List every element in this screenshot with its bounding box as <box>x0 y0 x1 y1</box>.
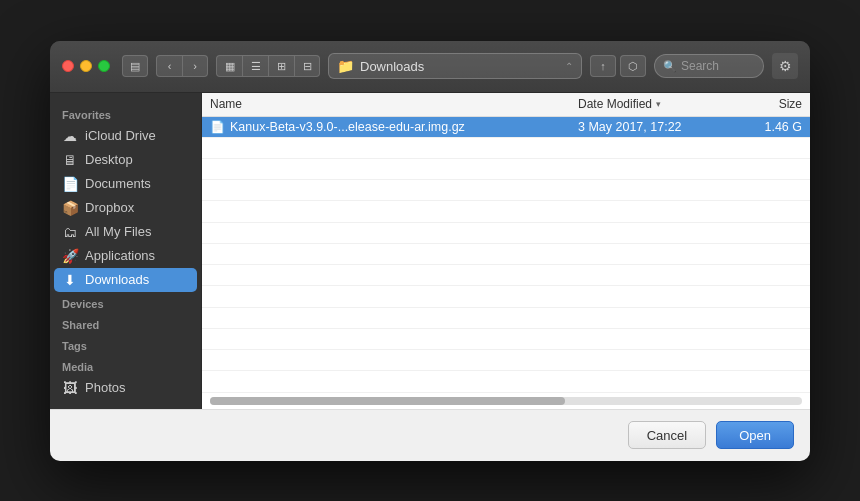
empty-row <box>202 180 810 201</box>
col-date-header[interactable]: Date Modified ▾ <box>570 97 750 111</box>
media-label: Media <box>50 355 201 376</box>
columns-view-button[interactable]: ⊞ <box>268 55 294 77</box>
devices-label: Devices <box>50 292 201 313</box>
sidebar-toggle-button[interactable]: ▤ <box>122 55 148 77</box>
empty-row <box>202 159 810 180</box>
sidebar-item-all-my-files-label: All My Files <box>85 224 151 239</box>
bottom-bar: Cancel Open <box>50 409 810 461</box>
nav-buttons: ‹ › <box>156 55 208 77</box>
tags-label: Tags <box>50 334 201 355</box>
action-buttons: ↑ ⬡ <box>590 55 646 77</box>
icloud-icon: ☁ <box>62 128 78 144</box>
file-name-text: Kanux-Beta-v3.9.0-...elease-edu-ar.img.g… <box>230 120 465 134</box>
sidebar-item-icloud[interactable]: ☁ iCloud Drive <box>50 124 201 148</box>
empty-row <box>202 138 810 159</box>
photos-icon: 🖼 <box>62 380 78 396</box>
col-size-header[interactable]: Size <box>750 97 810 111</box>
all-my-files-icon: 🗂 <box>62 224 78 240</box>
search-icon: 🔍 <box>663 60 677 73</box>
file-list-container: Name Date Modified ▾ Size 📄 Kanux-Beta-v… <box>202 93 810 409</box>
sidebar-item-dropbox[interactable]: 📦 Dropbox <box>50 196 201 220</box>
cancel-button[interactable]: Cancel <box>628 421 706 449</box>
location-bar[interactable]: 📁 Downloads ⌃ <box>328 53 582 79</box>
sort-arrow-icon: ▾ <box>656 99 661 109</box>
empty-row <box>202 265 810 286</box>
file-size-cell: 1.46 G <box>750 120 810 134</box>
search-placeholder: Search <box>681 59 719 73</box>
file-name-cell: 📄 Kanux-Beta-v3.9.0-...elease-edu-ar.img… <box>202 120 570 134</box>
sidebar-item-dropbox-label: Dropbox <box>85 200 134 215</box>
empty-row <box>202 329 810 350</box>
file-list-header: Name Date Modified ▾ Size <box>202 93 810 117</box>
settings-icon: ⚙ <box>779 58 792 74</box>
favorites-label: Favorites <box>50 103 201 124</box>
close-button[interactable] <box>62 60 74 72</box>
applications-icon: 🚀 <box>62 248 78 264</box>
view-buttons: ▦ ☰ ⊞ ⊟ <box>216 55 320 77</box>
sidebar-item-desktop-label: Desktop <box>85 152 133 167</box>
dropbox-icon: 📦 <box>62 200 78 216</box>
sidebar-item-downloads-label: Downloads <box>85 272 149 287</box>
file-date-cell: 3 May 2017, 17:22 <box>570 120 750 134</box>
horizontal-scrollbar[interactable] <box>210 397 802 405</box>
downloads-icon: ⬇ <box>62 272 78 288</box>
icon-view-button[interactable]: ▦ <box>216 55 242 77</box>
forward-icon: › <box>193 60 197 72</box>
open-button[interactable]: Open <box>716 421 794 449</box>
action-button[interactable]: ⬡ <box>620 55 646 77</box>
folder-icon: 📁 <box>337 58 354 74</box>
sidebar-item-desktop[interactable]: 🖥 Desktop <box>50 148 201 172</box>
sidebar-item-documents[interactable]: 📄 Documents <box>50 172 201 196</box>
forward-button[interactable]: › <box>182 55 208 77</box>
shared-label: Shared <box>50 313 201 334</box>
share-icon: ↑ <box>600 60 606 72</box>
share-button[interactable]: ↑ <box>590 55 616 77</box>
titlebar: ▤ ‹ › ▦ ☰ ⊞ ⊟ 📁 Downlo <box>50 41 810 93</box>
back-icon: ‹ <box>168 60 172 72</box>
sidebar-item-photos[interactable]: 🖼 Photos <box>50 376 201 400</box>
sidebar-toggle-icon: ▤ <box>130 60 140 73</box>
location-chevron-icon: ⌃ <box>565 61 573 72</box>
sidebar-item-photos-label: Photos <box>85 380 125 395</box>
list-view-icon: ☰ <box>251 60 261 73</box>
sidebar-item-documents-label: Documents <box>85 176 151 191</box>
traffic-lights <box>62 60 110 72</box>
empty-row <box>202 201 810 222</box>
documents-icon: 📄 <box>62 176 78 192</box>
table-row[interactable]: 📄 Kanux-Beta-v3.9.0-...elease-edu-ar.img… <box>202 117 810 138</box>
finder-window: ▤ ‹ › ▦ ☰ ⊞ ⊟ 📁 Downlo <box>50 41 810 461</box>
empty-row <box>202 350 810 371</box>
file-type-icon: 📄 <box>210 120 225 134</box>
columns-view-icon: ⊞ <box>277 60 286 73</box>
empty-row <box>202 223 810 244</box>
back-button[interactable]: ‹ <box>156 55 182 77</box>
col-name-header[interactable]: Name <box>202 97 570 111</box>
sidebar-item-all-my-files[interactable]: 🗂 All My Files <box>50 220 201 244</box>
empty-row <box>202 308 810 329</box>
sidebar-item-icloud-label: iCloud Drive <box>85 128 156 143</box>
sidebar-item-applications-label: Applications <box>85 248 155 263</box>
gallery-view-button[interactable]: ⊟ <box>294 55 320 77</box>
main-content: Favorites ☁ iCloud Drive 🖥 Desktop 📄 Doc… <box>50 93 810 409</box>
sidebar: Favorites ☁ iCloud Drive 🖥 Desktop 📄 Doc… <box>50 93 202 409</box>
location-text: Downloads <box>360 59 559 74</box>
empty-row <box>202 286 810 307</box>
scrollbar-thumb[interactable] <box>210 397 565 405</box>
minimize-button[interactable] <box>80 60 92 72</box>
desktop-icon: 🖥 <box>62 152 78 168</box>
sidebar-item-applications[interactable]: 🚀 Applications <box>50 244 201 268</box>
icon-view-icon: ▦ <box>225 60 235 73</box>
empty-row <box>202 371 810 392</box>
maximize-button[interactable] <box>98 60 110 72</box>
search-bar[interactable]: 🔍 Search <box>654 54 764 78</box>
sidebar-item-downloads[interactable]: ⬇ Downloads <box>54 268 197 292</box>
gallery-view-icon: ⊟ <box>303 60 312 73</box>
empty-row <box>202 244 810 265</box>
settings-button[interactable]: ⚙ <box>772 53 798 79</box>
list-view-button[interactable]: ☰ <box>242 55 268 77</box>
action-icon: ⬡ <box>628 60 638 73</box>
